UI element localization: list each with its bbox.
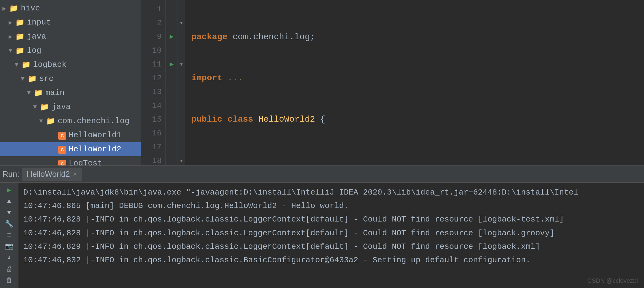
rg-15 bbox=[166, 113, 178, 127]
rg-12 bbox=[166, 71, 178, 85]
run-toolbar: ▶ ▲ ▼ 🔧 ≡ 📷 ⬇ 🖨 🗑 bbox=[0, 183, 18, 288]
java-icon-helloworld2: C bbox=[58, 145, 66, 154]
rg-10 bbox=[166, 44, 178, 58]
fg-1 bbox=[178, 2, 185, 16]
wrap-button[interactable]: ≡ bbox=[3, 231, 15, 240]
folder-icon-logback: 📁 bbox=[21, 60, 31, 69]
code-line-9: public class HelloWorld2 { bbox=[191, 112, 638, 126]
run-label: Run: bbox=[2, 169, 19, 179]
output-line-cmd: D:\install\java\jdk8\bin\java.exe "-java… bbox=[23, 186, 639, 199]
label-hive: hive bbox=[21, 4, 40, 13]
label-java2: java bbox=[52, 102, 71, 112]
screenshot-button[interactable]: 📷 bbox=[3, 242, 15, 251]
arrow-java: ▶ bbox=[9, 33, 15, 40]
sidebar-item-package[interactable]: ▼ 📁 com.chenchi.log bbox=[0, 114, 141, 128]
arrow-main: ▼ bbox=[27, 89, 34, 97]
folder-icon-main: 📁 bbox=[34, 89, 43, 97]
run-again-button[interactable]: ▶ bbox=[3, 186, 15, 195]
output-line-5: 10:47:46,832 |-INFO in ch.qos.logback.cl… bbox=[23, 253, 639, 267]
label-src: src bbox=[39, 74, 54, 83]
rg-11[interactable]: ▶ bbox=[166, 58, 178, 71]
sidebar-item-log[interactable]: ▼ 📁 log bbox=[0, 44, 141, 58]
arrow-input: ▶ bbox=[9, 19, 15, 26]
ln-12: 12 bbox=[142, 71, 162, 85]
run-output: D:\install\java\jdk8\bin\java.exe "-java… bbox=[18, 183, 644, 288]
scroll-up-button[interactable]: ▲ bbox=[3, 197, 15, 206]
sidebar-item-java[interactable]: ▶ 📁 java bbox=[0, 29, 141, 44]
run-tabs: Run: HelloWorld2 × bbox=[0, 166, 644, 183]
fg-2[interactable]: ▾ bbox=[178, 16, 185, 30]
ln-14: 14 bbox=[142, 99, 162, 113]
ln-16: 16 bbox=[142, 127, 162, 140]
fg-11[interactable]: ▾ bbox=[178, 58, 185, 71]
folder-icon-hive: 📁 bbox=[9, 4, 18, 13]
arrow-src: ▼ bbox=[21, 75, 28, 82]
rg-18 bbox=[166, 154, 178, 165]
label-main: main bbox=[45, 88, 64, 97]
close-tab-icon[interactable]: × bbox=[73, 170, 77, 178]
ln-9: 9 bbox=[142, 30, 162, 44]
folder-icon-java: 📁 bbox=[15, 32, 25, 41]
editor-area: 1 2 9 10 11 12 13 14 15 16 17 18 19 ▶ ▶ bbox=[141, 0, 644, 165]
label-java: java bbox=[27, 32, 46, 41]
arrow-hive: ▶ bbox=[2, 5, 9, 12]
fg-15 bbox=[178, 113, 185, 127]
ln-2: 2 bbox=[142, 16, 162, 30]
sidebar-item-logback[interactable]: ▼ 📁 logback bbox=[0, 58, 141, 72]
output-line-1: 10:47:46.865 [main] DEBUG com.chenchi.lo… bbox=[23, 199, 639, 213]
fg-12 bbox=[178, 71, 185, 85]
ln-13: 13 bbox=[142, 85, 162, 99]
folder-icon-package: 📁 bbox=[46, 117, 55, 126]
output-line-4: 10:47:46,829 |-INFO in ch.qos.logback.cl… bbox=[23, 240, 639, 253]
fg-16 bbox=[178, 127, 185, 140]
run-panel: Run: HelloWorld2 × ▶ ▲ ▼ 🔧 ≡ 📷 ⬇ 🖨 🗑 D:\… bbox=[0, 165, 644, 288]
fg-14 bbox=[178, 99, 185, 113]
download-button[interactable]: ⬇ bbox=[3, 253, 15, 262]
settings-button[interactable]: 🔧 bbox=[3, 220, 15, 229]
folder-icon-src: 📁 bbox=[28, 74, 37, 83]
output-line-2: 10:47:46,828 |-INFO in ch.qos.logback.cl… bbox=[23, 213, 639, 226]
sidebar-item-main[interactable]: ▼ 📁 main bbox=[0, 86, 141, 100]
run-tab-helloworld2[interactable]: HelloWorld2 × bbox=[22, 168, 82, 181]
sidebar-item-logtest[interactable]: C LogTest bbox=[0, 156, 141, 165]
ln-15: 15 bbox=[142, 113, 162, 127]
label-helloworld1: HelloWorld1 bbox=[69, 131, 121, 140]
ln-11: 11 bbox=[142, 58, 162, 71]
scroll-down-button[interactable]: ▼ bbox=[3, 208, 15, 217]
rg-9[interactable]: ▶ bbox=[166, 30, 178, 44]
code-editor[interactable]: 1 2 9 10 11 12 13 14 15 16 17 18 19 ▶ ▶ bbox=[141, 0, 644, 165]
main-area: ▶ 📁 hive ▶ 📁 input ▶ 📁 java ▼ 📁 log bbox=[0, 0, 644, 165]
rg-17 bbox=[166, 140, 178, 154]
rg-13 bbox=[166, 85, 178, 99]
line-numbers: 1 2 9 10 11 12 13 14 15 16 17 18 19 bbox=[141, 0, 166, 165]
sidebar-item-java2[interactable]: ▼ 📁 java bbox=[0, 100, 141, 114]
arrow-java2: ▼ bbox=[33, 104, 40, 111]
arrow-logback: ▼ bbox=[15, 61, 21, 68]
run-gutter: ▶ ▶ bbox=[166, 0, 178, 165]
fg-17 bbox=[178, 140, 185, 154]
fold-gutter: ▾ ▾ ▾ bbox=[178, 0, 185, 165]
code-lines: package com.chenchi.log; import ... publ… bbox=[185, 0, 644, 165]
file-tree: ▶ 📁 hive ▶ 📁 input ▶ 📁 java ▼ 📁 log bbox=[0, 0, 141, 165]
ln-1: 1 bbox=[142, 2, 162, 16]
rg-14 bbox=[166, 99, 178, 113]
sidebar-item-src[interactable]: ▼ 📁 src bbox=[0, 72, 141, 86]
sidebar-item-helloworld2[interactable]: C HelloWorld2 bbox=[0, 142, 141, 156]
sidebar-item-helloworld1[interactable]: C HelloWorld1 bbox=[0, 128, 141, 142]
ln-10: 10 bbox=[142, 44, 162, 58]
label-helloworld2: HelloWorld2 bbox=[69, 145, 121, 154]
ln-17: 17 bbox=[142, 140, 162, 154]
clear-button[interactable]: 🗑 bbox=[3, 276, 15, 285]
label-input: input bbox=[27, 18, 51, 27]
watermark: CSDN @cclovezbl bbox=[587, 277, 638, 284]
code-line-10 bbox=[191, 153, 638, 165]
print-button[interactable]: 🖨 bbox=[3, 265, 15, 274]
arrow-log: ▼ bbox=[9, 47, 15, 54]
run-output-area: ▶ ▲ ▼ 🔧 ≡ 📷 ⬇ 🖨 🗑 D:\install\java\jdk8\b… bbox=[0, 183, 644, 288]
sidebar-item-hive[interactable]: ▶ 📁 hive bbox=[0, 1, 141, 15]
sidebar-item-input[interactable]: ▶ 📁 input bbox=[0, 15, 141, 29]
rg-1 bbox=[166, 2, 178, 16]
fg-18[interactable]: ▾ bbox=[178, 154, 185, 165]
fg-10 bbox=[178, 44, 185, 58]
fg-13 bbox=[178, 85, 185, 99]
